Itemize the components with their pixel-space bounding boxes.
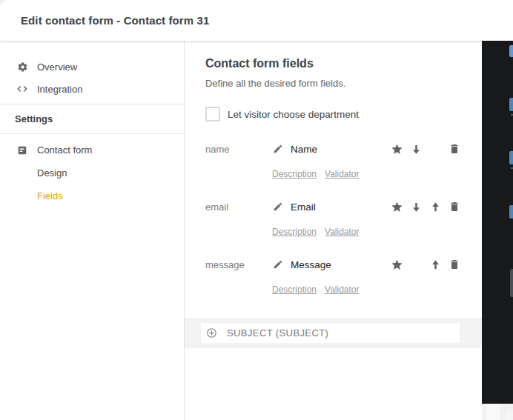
edit-pencil-icon[interactable] [272,259,284,270]
sidebar-item-integration[interactable]: Integration [0,78,184,100]
field-row: message Message Descripti [205,253,464,295]
add-field-band: SUBJECT (SUBJECT) [185,319,482,347]
delete-icon[interactable] [445,198,464,216]
form-icon [16,144,27,156]
add-field-button[interactable]: SUBJECT (SUBJECT) [201,323,460,343]
field-key: email [205,201,272,213]
field-row: name Name Description [205,138,464,179]
edit-contact-form-modal: Edit contact form - Contact form 31 Over… [0,0,513,420]
sidebar-item-contact-form[interactable]: Contact form [0,139,184,161]
sidebar-item-label: Integration [37,84,82,95]
modal-title: Edit contact form - Contact form 31 [21,14,209,27]
required-star-icon[interactable] [387,140,406,158]
sidebar-section-settings: Settings [0,104,184,134]
description-link[interactable]: Description [272,284,317,295]
field-rows: name Name Description [205,138,464,295]
modal-header: Edit contact form - Contact form 31 [0,0,513,41]
edit-pencil-icon[interactable] [272,143,284,155]
sidebar-item-overview[interactable]: Overview [0,56,184,78]
modal-rounded-corner [0,0,7,7]
settings-sidebar: Overview Integration Settings Contact fo… [0,41,185,420]
panel-subtitle: Define all the desired form fields. [205,78,464,89]
contact-form-fields-panel: Contact form fields Define all the desir… [185,41,482,420]
plus-circle-icon [205,327,217,339]
validator-link[interactable]: Validator [325,227,359,237]
field-label: Message [291,259,387,270]
sidebar-item-design[interactable]: Design [0,161,184,184]
page-backdrop [482,41,513,420]
description-link[interactable]: Description [272,227,317,237]
move-down-icon[interactable] [406,140,426,158]
edit-pencil-icon[interactable] [272,201,284,213]
department-checkbox-row[interactable]: Let visitor choose department [205,107,464,121]
backdrop-fragment [509,151,513,164]
field-key: name [205,144,272,155]
sidebar-section-label: Settings [15,113,53,124]
required-star-icon[interactable] [387,256,406,273]
department-checkbox[interactable] [205,107,220,121]
move-up-icon[interactable] [426,256,445,273]
move-down-icon[interactable] [406,198,426,216]
sidebar-item-fields[interactable]: Fields [0,184,184,207]
required-star-icon[interactable] [387,198,406,216]
add-field-label: SUBJECT (SUBJECT) [227,327,328,339]
description-link[interactable]: Description [272,169,317,179]
backdrop-fragment [509,98,513,111]
department-checkbox-label: Let visitor choose department [228,109,359,120]
backdrop-fragment [509,205,513,219]
backdrop-scrollbar-fragment [510,269,513,297]
field-key: message [205,259,272,270]
sidebar-item-label: Design [37,167,67,179]
code-icon [16,83,28,95]
sidebar-item-label: Overview [37,61,77,73]
validator-link[interactable]: Validator [325,284,359,295]
field-label: Email [291,201,387,213]
field-row: email Email Description [205,196,464,237]
delete-icon[interactable] [445,256,464,273]
backdrop-bottom-strip [482,404,513,420]
validator-link[interactable]: Validator [325,169,359,179]
gear-icon [16,61,28,73]
panel-title: Contact form fields [205,57,464,70]
field-label: Name [291,144,387,155]
delete-icon[interactable] [445,140,464,158]
backdrop-fragment [509,45,513,57]
sidebar-item-label-active: Fields [37,190,63,201]
sidebar-item-label: Contact form [37,144,92,156]
move-up-icon[interactable] [426,198,445,216]
